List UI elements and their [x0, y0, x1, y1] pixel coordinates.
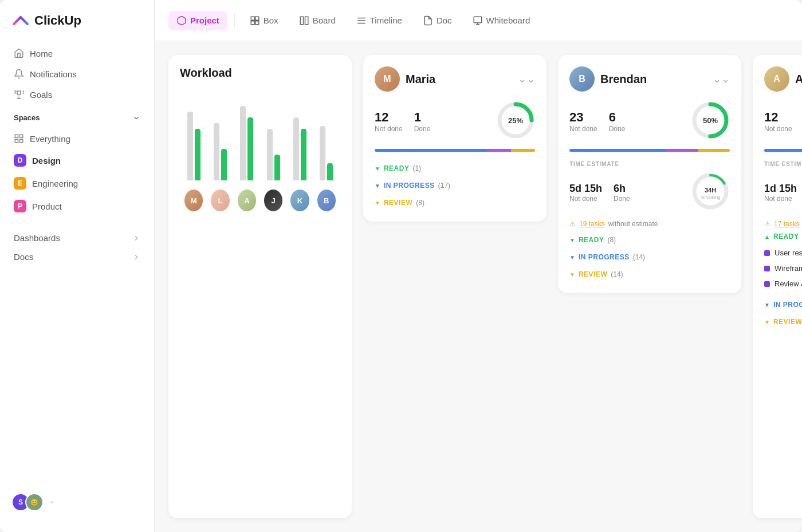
space-engineering-label: Engineering — [32, 179, 78, 188]
tab-project[interactable]: Project — [168, 11, 227, 30]
amy-tasks-link[interactable]: 17 tasks — [774, 220, 800, 228]
maria-not-done-num: 12 — [375, 110, 403, 125]
space-design[interactable]: D Design — [7, 149, 147, 171]
nav-goals[interactable]: Goals — [7, 85, 147, 104]
amy-not-done-num: 12 — [764, 110, 792, 125]
logo[interactable]: ClickUp — [0, 11, 154, 44]
tab-board[interactable]: Board — [291, 11, 344, 30]
task-item-2[interactable]: Wireframe new... 0.5h — [764, 261, 802, 276]
tab-board-label: Board — [313, 15, 336, 25]
amy-statuses: ▲ READY (8) TIME EST. User research - P.… — [764, 232, 802, 329]
svg-rect-2 — [20, 140, 23, 143]
top-nav: Project Box Board Timeline Doc Whiteboar… — [155, 0, 802, 41]
maria-donut: 25% — [496, 101, 535, 142]
amy-progress-bar — [764, 149, 802, 152]
space-everything[interactable]: Everything — [7, 129, 147, 148]
brendan-time-not-done-val: 5d 15h — [569, 183, 602, 195]
nav-notifications[interactable]: Notifications — [7, 64, 147, 84]
pb-blue-maria — [375, 149, 487, 152]
main-content: Project Box Board Timeline Doc Whiteboar… — [155, 0, 802, 532]
brendan-tasks-link[interactable]: 19 tasks — [579, 220, 605, 228]
maria-status-review[interactable]: ▼ REVIEW (8) — [375, 195, 535, 210]
bar-group-5 — [290, 100, 309, 180]
docs-label: Docs — [14, 252, 33, 262]
app-name: ClickUp — [34, 13, 81, 28]
docs-item[interactable]: Docs — [0, 247, 154, 266]
amy-ready-header: ▲ READY (8) TIME EST. — [764, 232, 802, 241]
maria-status-inprogress[interactable]: ▼ IN PROGRESS (17) — [375, 178, 535, 193]
nav-notifications-label: Notifications — [30, 69, 77, 79]
space-design-label: Design — [32, 156, 61, 165]
tab-whiteboard-label: Whiteboard — [486, 15, 530, 25]
space-engineering[interactable]: E Engineering — [7, 172, 147, 194]
space-everything-label: Everything — [30, 134, 70, 144]
chart-avatars: M L A J K B — [180, 190, 340, 211]
svg-text:50%: 50% — [703, 116, 718, 125]
bar-group-4 — [264, 100, 282, 180]
amy-card: A Amy ⌄⌄ 12 Not done 3 Done 50% — [753, 55, 802, 518]
brendan-expand-icon[interactable]: ⌄⌄ — [713, 73, 730, 85]
brendan-name: Brendan — [600, 73, 647, 86]
tab-whiteboard[interactable]: Whiteboard — [465, 11, 538, 30]
brendan-header: B Brendan ⌄⌄ — [569, 66, 730, 92]
maria-status-ready[interactable]: ▼ READY (1) — [375, 161, 535, 176]
brendan-status-review[interactable]: ▼ REVIEW (14) — [569, 267, 730, 282]
brendan-tasks-warning: ⚠ 19 tasks without estimate — [569, 220, 730, 228]
task-item-1[interactable]: User research - P... 2h — [764, 245, 802, 261]
maria-expand-icon[interactable]: ⌄⌄ — [518, 73, 535, 85]
bar-green-2 — [221, 149, 227, 180]
content-area: Workload — [155, 41, 802, 532]
brendan-progress-bar — [569, 149, 730, 152]
chevron-down-icon — [132, 114, 140, 122]
pb-blue-brendan — [569, 149, 666, 152]
bar-gray-4 — [267, 129, 273, 180]
whiteboard-icon — [473, 15, 483, 26]
workload-chart — [180, 89, 340, 180]
brendan-avatar: B — [569, 66, 595, 92]
amy-status-inprogress[interactable]: ▼ IN PROGRESS (2) — [764, 297, 802, 312]
amy-tasks-warning: ⚠ 17 tasks without estimate — [764, 220, 802, 228]
bar-green-4 — [274, 155, 280, 180]
brendan-time-section: TIME ESTIMATE 5d 15h Not done 6h Done — [569, 161, 730, 213]
spaces-title[interactable]: Spaces — [14, 113, 140, 122]
amy-task-list: User research - P... 2h Wireframe new...… — [764, 245, 802, 291]
brendan-tasks-warning-suffix: without estimate — [608, 220, 658, 228]
svg-rect-3 — [15, 140, 18, 143]
ready-chevron-maria: ▼ — [375, 165, 380, 172]
nav-goals-label: Goals — [30, 90, 52, 100]
tab-box-label: Box — [264, 15, 278, 25]
brendan-time-donut: 34H remaining — [691, 172, 730, 213]
brendan-card: B Brendan ⌄⌄ 23 Not done 6 Done — [558, 55, 741, 293]
brendan-time-not-done: 5d 15h Not done — [569, 183, 602, 203]
dashboards-item[interactable]: Dashboards — [0, 228, 154, 247]
doc-icon — [423, 15, 433, 26]
chart-avatar-4: J — [264, 190, 282, 211]
amy-status-review[interactable]: ▼ REVIEW (3) — [764, 314, 802, 329]
svg-rect-6 — [251, 21, 254, 24]
brendan-status-ready[interactable]: ▼ READY (8) — [569, 232, 730, 247]
middle-person-column: B Brendan ⌄⌄ 23 Not done 6 Done — [558, 55, 741, 518]
bar-green-3 — [247, 117, 253, 180]
pb-yellow-brendan — [698, 149, 730, 152]
amy-ready-section: ▲ READY (8) TIME EST. User research - P.… — [764, 232, 802, 291]
spaces-list: Everything D Design E Engineering P Prod… — [0, 127, 154, 219]
nav-home[interactable]: Home — [7, 44, 147, 63]
pb-purple-brendan — [666, 149, 698, 152]
task-item-3[interactable]: Review & Appro... 2h — [764, 276, 802, 291]
amy-time-label: TIME ESTIMATE — [764, 161, 802, 167]
inprogress-chevron-brendan: ▼ — [569, 254, 575, 261]
maria-card: M Maria ⌄⌄ 12 Not done 1 Done — [363, 55, 547, 222]
user-avatars[interactable]: S 😊 — [11, 493, 44, 511]
brendan-not-done: 23 Not done — [569, 110, 597, 133]
warning-icon-amy: ⚠ — [764, 220, 770, 228]
tab-timeline[interactable]: Timeline — [348, 11, 410, 30]
brendan-status-inprogress[interactable]: ▼ IN PROGRESS (14) — [569, 250, 730, 265]
warning-icon-brendan: ⚠ — [569, 220, 576, 228]
tab-project-label: Project — [190, 15, 219, 25]
tab-doc[interactable]: Doc — [415, 11, 460, 30]
tab-box[interactable]: Box — [242, 11, 286, 30]
space-product[interactable]: P Product — [7, 195, 147, 217]
chevron-right-icon — [132, 234, 140, 242]
maria-name: Maria — [406, 73, 435, 86]
clickup-logo-icon — [11, 11, 30, 30]
